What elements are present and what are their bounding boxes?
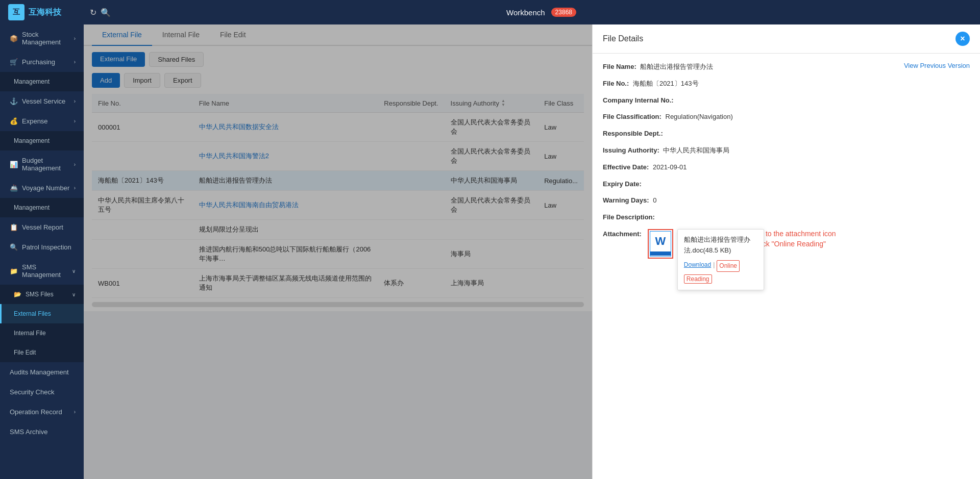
cell-issuing-authority [445,220,538,240]
cell-file-name[interactable]: 中华人民共和国数据安全法 [193,113,378,142]
table-header-row: File No. File Name Responsible Dept. [92,94,584,113]
voyage-icon: 🚢 [10,184,18,192]
file-no-label: File No.: [603,80,629,87]
sidebar-item-vessel[interactable]: ⚓ Vessel Service › [0,91,84,111]
effective-date-row: Effective Date: 2021-09-01 [603,162,970,173]
table-row[interactable]: 规划局限过分呈现出 [92,220,584,240]
chevron-right-icon-3: › [74,98,76,104]
cell-file-name[interactable]: 中华人民共和国海警法2 [193,142,378,171]
sidebar-item-patrol[interactable]: 🔍 Patrol Inspection [0,237,84,257]
effective-date-value: 2021-09-01 [653,163,687,171]
stock-icon: 📦 [10,35,18,42]
cell-file-class: Law [538,191,584,220]
sidebar-item-sms[interactable]: 📁 SMS Management ∨ [0,257,84,285]
reading-link[interactable]: Reading [684,274,712,284]
sidebar-item-file-edit[interactable]: File Edit [0,343,84,362]
sidebar-item-expense[interactable]: 💰 Expense › [0,111,84,131]
export-button[interactable]: Export [164,73,201,88]
sidebar-item-purchasing-mgmt[interactable]: Management [0,72,84,91]
table-row[interactable]: 中华人民共和国主席令第八十五号中华人民共和国海南自由贸易港法全国人民代表大会常务… [92,191,584,220]
search-icon[interactable]: 🔍 [101,8,111,17]
company-internal-no-row: Company Internal No.: [603,95,970,106]
table-row[interactable]: 中华人民共和国海警法2全国人民代表大会常务委员会Law [92,142,584,171]
sidebar-item-external-files[interactable]: External Files [0,304,84,323]
cell-file-class: Law [538,113,584,142]
chevron-right-icon-7: › [74,409,76,415]
file-name-label: File Name: [603,63,636,70]
file-classification-row: File Classification: Regulation(Navigati… [603,112,970,122]
issuing-authority-row: Issuing Authority: 中华人民共和国海事局 [603,145,970,156]
chevron-right-icon-5: › [74,162,76,167]
panel-body: File Name: 船舶进出港报告管理办法 View Previous Ver… [593,54,980,479]
cell-file-name: 船舶进出港报告管理办法 [193,171,378,191]
main-layout: 📦 Stock Management › 🛒 Purchasing › Mana… [0,24,980,479]
table-row[interactable]: 海船舶〔2021〕143号船舶进出港报告管理办法中华人民共和国海事局Regula… [92,171,584,191]
sidebar-label-purchasing-mgmt: Management [14,78,50,85]
table-row[interactable]: WB001上海市海事局关于调整锚区某高频无线电话频道使用范围的通知体系办上海海事… [92,269,584,298]
panel-top-row: File Name: 船舶进出港报告管理办法 View Previous Ver… [603,62,970,79]
table-row[interactable]: 推进国内航行海船和500总吨以下国际航行船舶履行（2006年海事…海事局 [92,240,584,269]
view-previous-version-link[interactable]: View Previous Version [904,62,970,69]
popup-filename: 船舶进出港报告管理办法.doc(48.5 KB) [684,235,757,256]
cell-file-class [538,269,584,298]
cell-responsible-dept [378,142,444,171]
sidebar-item-operation[interactable]: Operation Record › [0,402,84,422]
sidebar-item-budget[interactable]: 📊 Budget Management › [0,150,84,178]
sidebar-item-sms-files[interactable]: 📂 SMS Files ∨ [0,285,84,304]
tab-external-file[interactable]: External File [92,24,152,46]
attachment-icon[interactable]: W [648,229,673,259]
budget-icon: 📊 [10,161,18,168]
cell-file-no [92,240,193,269]
sidebar-item-sms-archive[interactable]: SMS Archive [0,422,84,442]
sidebar-item-audits[interactable]: Audits Management [0,362,84,382]
table-row[interactable]: 000001中华人民共和国数据安全法全国人民代表大会常务委员会Law [92,113,584,142]
content-area: External File Internal File File Edit Ex… [84,24,980,479]
close-button[interactable]: × [955,32,970,46]
chevron-right-icon-2: › [74,59,76,65]
sidebar-item-expense-mgmt[interactable]: Management [0,131,84,150]
online-reading-link[interactable]: Online [717,260,740,272]
attachment-label: Attachment: [603,229,642,240]
right-panel: File Details × File Name: 船舶进出港报告管理办法 Vi… [592,24,980,479]
sidebar-label-expense: Expense [22,117,48,125]
cell-issuing-authority: 全国人民代表大会常务委员会 [445,191,538,220]
cell-file-no: 000001 [92,113,193,142]
col-file-no: File No. [92,94,193,113]
popup-separator: | [713,260,715,272]
import-button[interactable]: Import [124,73,160,88]
sidebar-item-internal-file[interactable]: Internal File [0,323,84,343]
cell-file-name[interactable]: 中华人民共和国海南自由贸易港法 [193,191,378,220]
download-link[interactable]: Download [684,260,711,272]
sidebar-label-internal-file: Internal File [14,330,46,337]
sms-files-icon: 📂 [14,291,21,298]
logo-icon: 互 [8,4,24,20]
sidebar-item-voyage-mgmt[interactable]: Management [0,198,84,217]
sidebar-item-stock[interactable]: 📦 Stock Management › [0,24,84,52]
workbench-badge: 23868 [551,8,576,17]
sidebar-item-purchasing[interactable]: 🛒 Purchasing › [0,52,84,72]
cell-responsible-dept [378,113,444,142]
cell-file-no: 中华人民共和国主席令第八十五号 [92,191,193,220]
sidebar-label-expense-mgmt: Management [14,137,50,144]
tab-internal-file[interactable]: Internal File [152,24,210,46]
sidebar-item-voyage[interactable]: 🚢 Voyage Number › [0,178,84,198]
sidebar-item-vessel-report[interactable]: 📋 Vessel Report [0,217,84,237]
vessel-report-icon: 📋 [10,223,18,231]
refresh-icon[interactable]: ↻ [90,8,96,17]
word-w: W [655,232,666,250]
sms-icon: 📁 [10,267,18,275]
table-scrollbar[interactable] [92,302,584,307]
sub-tab-external-file[interactable]: External File [92,52,145,67]
sidebar-label-voyage-mgmt: Management [14,204,50,211]
sort-arrows[interactable]: ▲▼ [501,99,505,107]
logo-area: 互 互海科技 [8,4,90,20]
logo-abbr: 互 [13,8,20,17]
sub-tab-shared-files[interactable]: Shared Files [149,52,204,67]
cell-file-name: 规划局限过分呈现出 [193,220,378,240]
tab-file-edit[interactable]: File Edit [210,24,256,46]
chevron-down-icon-2: ∨ [72,292,76,297]
sidebar-item-security[interactable]: Security Check [0,382,84,402]
col-file-class: File Class [538,94,584,113]
add-button[interactable]: Add [92,73,120,88]
warning-days-row: Warning Days: 0 [603,195,970,206]
